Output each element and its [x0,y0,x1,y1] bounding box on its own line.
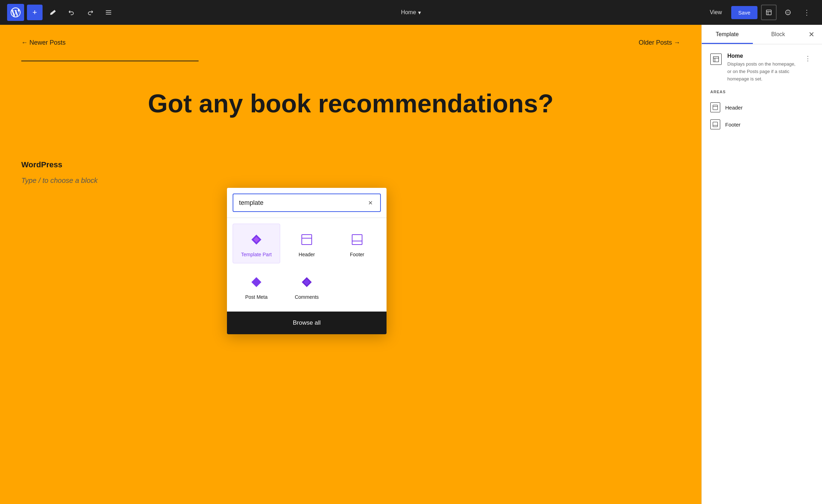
block-item-comments[interactable]: Comments [283,266,331,306]
redo-icon [87,9,94,16]
canvas-headline: Got any book recommendations? [0,68,701,139]
block-item-label-post-meta: Post Meta [245,294,267,300]
chevron-down-icon: ▾ [418,9,421,16]
list-view-button[interactable] [101,5,116,20]
canvas-navigation: ← Newer Posts Older Posts → [0,25,701,54]
block-item-label-header: Header [299,252,315,257]
toolbar-right: View Save ⋮ [704,5,815,20]
block-search-area: ✕ [227,188,387,218]
older-posts-link[interactable]: Older Posts → [639,39,680,46]
add-block-button[interactable]: + [27,5,43,20]
newer-posts-link[interactable]: ← Newer Posts [21,39,66,46]
block-inserter-popup: ✕ Template Part [227,188,387,334]
page-title-text: Home [401,9,416,16]
theme-toggle-button[interactable] [780,5,796,20]
toolbar: + Home ▾ View Save [0,0,822,25]
svg-rect-3 [766,10,771,15]
comments-icon [298,274,315,291]
areas-label: AREAS [710,90,813,94]
toolbar-center: Home ▾ [397,6,426,19]
template-part-icon [248,231,265,248]
svg-marker-13 [251,277,261,287]
svg-rect-19 [713,105,717,110]
block-item-label-template-part: Template Part [241,252,272,257]
template-title: Home [727,53,796,59]
canvas-footer-brand: WordPress [21,160,680,169]
layout-toggle-button[interactable] [761,5,777,20]
block-grid: Template Part Header [227,218,387,312]
block-item-header[interactable]: Header [283,224,331,263]
block-search-input[interactable] [239,199,362,207]
toolbar-left: + [7,4,116,21]
page-title-button[interactable]: Home ▾ [397,6,426,19]
pencil-icon [50,9,57,16]
more-options-button[interactable]: ⋮ [799,5,815,20]
block-item-label-comments: Comments [295,294,319,300]
template-more-button[interactable]: ⋮ [802,53,813,64]
area-footer-icon [710,119,720,129]
svg-rect-11 [352,235,362,245]
view-button[interactable]: View [704,6,727,18]
footer-block-icon [349,231,366,248]
search-clear-button[interactable]: ✕ [366,198,374,207]
block-search-field-wrapper: ✕ [233,194,381,212]
area-header-label: Header [725,105,743,111]
list-view-icon [105,9,112,16]
theme-icon [785,9,791,16]
undo-button[interactable] [64,5,79,20]
block-item-post-meta[interactable]: Post Meta [233,266,280,306]
area-item-footer[interactable]: Footer [710,116,813,133]
header-block-icon [298,231,315,248]
template-entry-right: Home Displays posts on the homepage, or … [727,53,796,83]
sidebar-tabs: Template Block ✕ [702,25,822,44]
block-item-label-footer: Footer [350,252,364,257]
sidebar-close-button[interactable]: ✕ [804,27,819,42]
layout-icon [766,9,772,16]
wp-logo-icon [11,7,21,17]
undo-icon [68,9,75,16]
post-meta-icon [248,274,265,291]
tab-block[interactable]: Block [753,25,804,44]
svg-rect-16 [713,57,719,62]
area-item-header[interactable]: Header [710,99,813,116]
block-item-footer[interactable]: Footer [333,224,381,263]
sidebar-content: Home Displays posts on the homepage, or … [702,44,822,504]
template-entry: Home Displays posts on the homepage, or … [710,53,813,83]
redo-button[interactable] [82,5,98,20]
template-entry-icon [710,54,722,65]
canvas-divider [21,61,199,61]
area-footer-label: Footer [725,122,740,128]
right-sidebar: Template Block ✕ Home Displays posts on … [701,25,822,504]
svg-rect-21 [713,122,717,127]
svg-rect-9 [302,235,312,245]
block-item-template-part[interactable]: Template Part [233,224,280,263]
canvas: ← Newer Posts Older Posts → Got any book… [0,25,701,504]
browse-all-button[interactable]: Browse all [227,312,387,334]
tab-template[interactable]: Template [702,25,753,44]
wp-logo-button[interactable] [7,4,24,21]
edit-tool-button[interactable] [45,5,61,20]
main-layout: ← Newer Posts Older Posts → Got any book… [0,25,822,504]
save-button[interactable]: Save [731,6,757,19]
area-header-icon [710,102,720,112]
template-description: Displays posts on the homepage, or on th… [727,61,796,83]
canvas-block-placeholder[interactable]: Type / to choose a block [21,177,680,185]
